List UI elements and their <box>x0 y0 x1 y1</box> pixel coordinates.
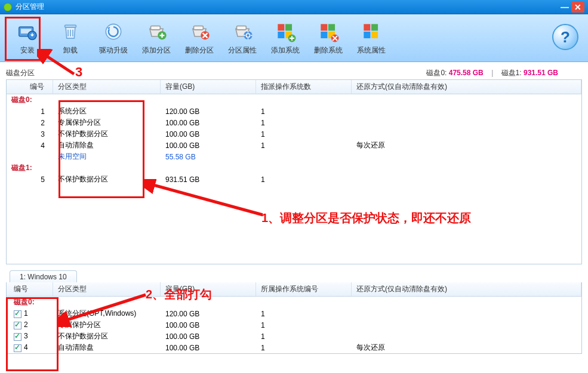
titlebar: 分区管理 — ✕ <box>0 0 588 14</box>
table-row[interactable]: 未用空间55.58 GB <box>7 151 581 162</box>
disk-section-header: 磁盘分区 磁盘0: 475.58 GB | 磁盘1: 931.51 GB <box>6 68 582 78</box>
col-id[interactable]: 编号 <box>7 282 53 296</box>
svg-rect-14 <box>278 32 284 38</box>
col-os[interactable]: 所属操作系统编号 <box>256 282 352 296</box>
table-row[interactable]: 5不保护数据分区931.51 GB1 <box>7 174 581 185</box>
col-id[interactable]: 编号 <box>7 80 53 94</box>
svg-rect-23 <box>371 24 378 30</box>
close-button[interactable]: ✕ <box>571 2 584 13</box>
svg-rect-3 <box>65 25 76 27</box>
install-label: 安装 <box>20 45 35 56</box>
driver-upgrade-label: 驱动升级 <box>99 45 128 56</box>
col-cap[interactable]: 容量(GB) <box>161 80 256 94</box>
os-partition-grid: 编号 分区类型 容量(GB) 所属操作系统编号 还原方式(仅自动清除盘有效) 磁… <box>6 282 582 354</box>
row-checkbox[interactable] <box>14 310 21 318</box>
partition-prop-label: 分区属性 <box>228 45 257 56</box>
tab-label: 1: Windows 10 <box>20 273 67 281</box>
row-checkbox[interactable] <box>14 344 21 352</box>
add-partition-button[interactable]: 添加分区 <box>135 17 178 59</box>
disk1-size: 931.51 GB <box>524 69 558 77</box>
toolbar: 安装 卸载 驱动升级 添加分区 删除分区 分区属性 添加系统 删除系统 系统属性… <box>0 14 588 62</box>
svg-rect-17 <box>321 24 327 30</box>
svg-rect-5 <box>151 26 161 30</box>
system-prop-label: 系统属性 <box>357 45 386 56</box>
add-system-button[interactable]: 添加系统 <box>264 17 307 59</box>
svg-rect-19 <box>321 32 327 38</box>
svg-rect-13 <box>285 24 292 30</box>
add-partition-label: 添加分区 <box>142 45 171 56</box>
disk0-size: 475.58 GB <box>449 69 484 77</box>
svg-rect-9 <box>237 26 247 30</box>
install-button[interactable]: 安装 <box>6 17 49 59</box>
col-rest[interactable]: 还原方式(仅自动清除盘有效) <box>352 282 581 296</box>
col-type[interactable]: 分区类型 <box>53 282 161 296</box>
delete-partition-button[interactable]: 删除分区 <box>178 17 221 59</box>
svg-rect-25 <box>371 32 378 38</box>
delete-system-button[interactable]: 删除系统 <box>307 17 350 59</box>
col-cap[interactable]: 容量(GB) <box>161 282 256 296</box>
svg-rect-7 <box>194 26 204 30</box>
svg-rect-18 <box>328 24 335 30</box>
svg-rect-12 <box>278 24 284 30</box>
help-icon: ? <box>561 28 570 47</box>
tab-windows10[interactable]: 1: Windows 10 <box>10 270 77 283</box>
disk0-label: 磁盘0: <box>426 69 447 77</box>
delete-system-label: 删除系统 <box>314 45 343 56</box>
app-icon <box>4 3 12 11</box>
window-title: 分区管理 <box>16 2 44 12</box>
section-title: 磁盘分区 <box>6 68 35 78</box>
row-checkbox[interactable] <box>14 333 21 341</box>
table-row[interactable]: 4自动清除盘100.00 GB1每次还原 <box>7 342 581 353</box>
svg-rect-22 <box>364 24 370 30</box>
disk-group-label: 磁盘1: <box>7 353 581 354</box>
add-system-label: 添加系统 <box>271 45 300 56</box>
partition-grid: 编号 分区类型 容量(GB) 指派操作系统数 还原方式(仅自动清除盘有效) 磁盘… <box>6 79 582 264</box>
grid-header-top: 编号 分区类型 容量(GB) 指派操作系统数 还原方式(仅自动清除盘有效) <box>7 80 581 94</box>
delete-partition-label: 删除分区 <box>185 45 214 56</box>
minimize-button[interactable]: — <box>558 2 571 13</box>
help-button[interactable]: ? <box>552 24 578 50</box>
col-rest[interactable]: 还原方式(仅自动清除盘有效) <box>352 80 581 94</box>
svg-rect-24 <box>364 32 370 38</box>
uninstall-button[interactable]: 卸载 <box>49 17 92 59</box>
disk1-label: 磁盘1: <box>501 69 522 77</box>
tab-bar: 1: Windows 10 <box>6 269 582 282</box>
row-checkbox[interactable] <box>14 322 21 329</box>
partition-prop-button[interactable]: 分区属性 <box>221 17 264 59</box>
grid-header-bot: 编号 分区类型 容量(GB) 所属操作系统编号 还原方式(仅自动清除盘有效) <box>7 282 581 297</box>
col-type[interactable]: 分区类型 <box>53 80 161 94</box>
system-prop-button[interactable]: 系统属性 <box>350 17 393 59</box>
driver-upgrade-button[interactable]: 驱动升级 <box>92 17 135 59</box>
col-os[interactable]: 指派操作系统数 <box>256 80 352 94</box>
uninstall-label: 卸载 <box>63 45 78 56</box>
